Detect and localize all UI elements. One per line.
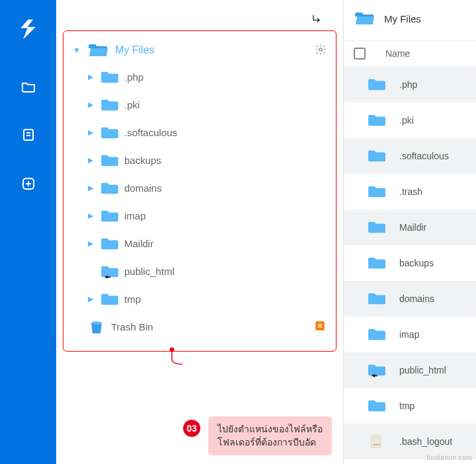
- callout-text: ไปยังตำแหน่งของไฟล์หรือ โฟลเดอร์ที่ต้องก…: [208, 416, 332, 455]
- folder-icon: [100, 208, 119, 223]
- document-nav-icon[interactable]: [20, 127, 36, 143]
- add-nav-icon[interactable]: [20, 176, 36, 192]
- empty-trash-icon[interactable]: [313, 319, 327, 334]
- chevron-right-icon[interactable]: ▶: [86, 239, 95, 248]
- tree-item-label: backups: [124, 155, 161, 166]
- tree-item[interactable]: public_html: [83, 257, 329, 285]
- folder-icon: [368, 291, 386, 307]
- tree-item-label: Maildir: [124, 238, 153, 249]
- folder-icon: [368, 112, 386, 128]
- folder-icon: [100, 291, 119, 306]
- callout-connector: [169, 347, 182, 367]
- tree-item[interactable]: ▶.pki: [83, 91, 329, 118]
- tree-root-my-files[interactable]: ▼ My Files: [70, 38, 329, 63]
- tree-item-label: domains: [124, 182, 162, 194]
- folder-icon: [100, 125, 119, 139]
- select-all-checkbox[interactable]: [354, 48, 366, 59]
- folder-icon: [368, 327, 386, 342]
- file-row-label: domains: [399, 293, 434, 304]
- tree-item[interactable]: ▶backups: [83, 146, 329, 174]
- file-row-label: .bash_logout: [399, 436, 452, 447]
- tree-item-label: imap: [124, 210, 146, 221]
- folder-icon: [100, 264, 119, 278]
- tree-item[interactable]: ▶.softaculous: [83, 118, 329, 146]
- folder-open-icon: [87, 42, 110, 59]
- tree-item-label: .php: [124, 71, 143, 83]
- file-row[interactable]: .pki: [344, 102, 476, 138]
- file-list-header: Name: [344, 40, 476, 67]
- tree-item[interactable]: ▶tmp: [83, 285, 329, 313]
- tree-item-label: public_html: [124, 266, 175, 277]
- callout-step-3: 03 ไปยังตำแหน่งของไฟล์หรือ โฟลเดอร์ที่ต้…: [182, 416, 332, 455]
- tree-panel: ▼ My Files ▶.php▶.pki▶.softaculous▶backu…: [56, 0, 343, 464]
- file-row-label: backups: [399, 258, 434, 268]
- file-row-label: .trash: [399, 186, 422, 197]
- tree-item[interactable]: ▶.php: [83, 63, 329, 91]
- file-row-label: public_html: [399, 365, 446, 375]
- file-row-label: tmp: [399, 401, 415, 411]
- trash-icon: [87, 320, 106, 334]
- file-row[interactable]: .php: [344, 67, 476, 102]
- files-nav-icon[interactable]: [20, 78, 36, 94]
- svg-point-12: [319, 48, 323, 51]
- folder-icon: [100, 236, 119, 251]
- watermark: hostatom.com: [426, 454, 472, 461]
- breadcrumb[interactable]: My Files: [344, 10, 476, 40]
- file-row-label: .pki: [399, 115, 414, 126]
- folder-icon: [368, 362, 386, 378]
- file-row-label: .softaculous: [399, 151, 449, 161]
- tree-item[interactable]: ▶imap: [83, 202, 329, 229]
- folder-open-icon: [354, 10, 376, 27]
- folder-icon: [368, 219, 386, 235]
- chevron-right-icon[interactable]: ▶: [86, 128, 95, 137]
- folder-icon: [368, 398, 386, 414]
- tree-trash-bin[interactable]: Trash Bin: [70, 313, 329, 341]
- tree-item-label: .pki: [124, 99, 139, 110]
- file-row[interactable]: public_html: [344, 352, 476, 388]
- folder-icon: [368, 184, 386, 200]
- chevron-right-icon[interactable]: ▶: [86, 73, 95, 81]
- file-row-label: .php: [399, 79, 417, 90]
- tree-root-label: My Files: [115, 44, 155, 56]
- folder-icon: [368, 77, 386, 93]
- return-arrow-icon[interactable]: [311, 13, 323, 27]
- folder-icon: [368, 255, 386, 271]
- file-list-panel: My Files Name .php.pki.softaculous.trash…: [344, 0, 476, 464]
- file-row[interactable]: .softaculous: [344, 138, 476, 174]
- folder-icon: [100, 69, 119, 84]
- file-row[interactable]: imap: [344, 317, 476, 352]
- chevron-down-icon[interactable]: ▼: [73, 46, 82, 55]
- chevron-right-icon[interactable]: ▶: [86, 100, 95, 109]
- file-row[interactable]: tmp: [344, 388, 476, 424]
- chevron-right-icon[interactable]: ▶: [86, 156, 95, 165]
- folder-icon: [100, 153, 119, 167]
- folder-icon: [100, 97, 119, 112]
- file-row-label: Maildir: [399, 222, 426, 233]
- chevron-right-icon[interactable]: ▶: [86, 212, 95, 220]
- file-row[interactable]: .trash: [344, 174, 476, 210]
- file-row-label: imap: [399, 329, 419, 340]
- tree-highlighted-box: ▼ My Files ▶.php▶.pki▶.softaculous▶backu…: [63, 30, 337, 352]
- tree-trash-label: Trash Bin: [111, 321, 153, 332]
- chevron-right-icon[interactable]: ▶: [86, 184, 95, 192]
- file-row[interactable]: Maildir: [344, 210, 476, 245]
- nav-sidebar: [0, 0, 56, 464]
- file-row[interactable]: domains: [344, 281, 476, 317]
- callout-badge: 03: [182, 418, 202, 438]
- breadcrumb-label: My Files: [384, 13, 421, 24]
- file-icon: [368, 434, 386, 449]
- tree-item-label: .softaculous: [124, 127, 177, 138]
- column-header-name[interactable]: Name: [385, 48, 410, 59]
- file-row[interactable]: backups: [344, 245, 476, 281]
- folder-icon: [368, 148, 386, 164]
- tree-item[interactable]: ▶domains: [83, 174, 329, 202]
- logo-icon: [13, 13, 43, 45]
- folder-icon: [100, 180, 119, 195]
- chevron-right-icon[interactable]: ▶: [86, 295, 95, 303]
- tree-item[interactable]: ▶Maildir: [83, 229, 329, 257]
- gear-icon[interactable]: [315, 44, 327, 58]
- tree-item-label: tmp: [124, 293, 141, 305]
